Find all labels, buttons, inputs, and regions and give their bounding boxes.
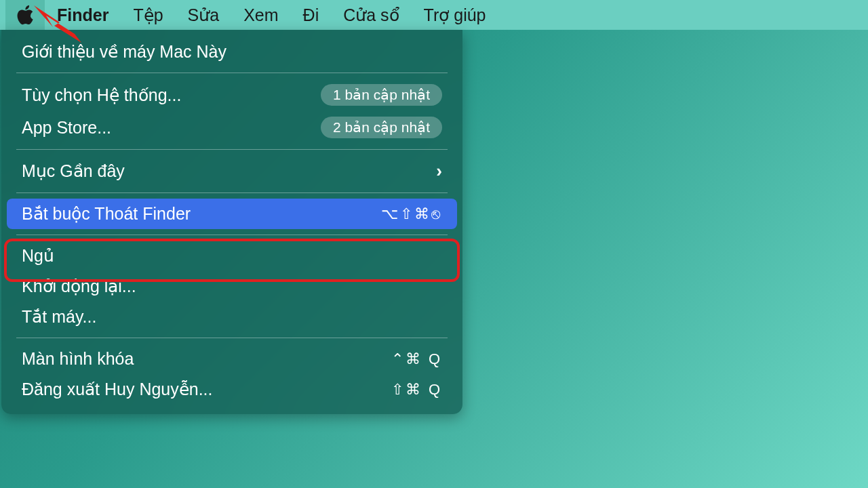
menu-separator: [16, 235, 448, 235]
update-badge: 1 bản cập nhật: [321, 84, 442, 106]
update-badge: 2 bản cập nhật: [321, 117, 442, 138]
menubar-item-file[interactable]: Tệp: [121, 0, 175, 30]
menu-separator: [16, 192, 448, 193]
menu-logout[interactable]: Đăng xuất Huy Nguyễn... ⇧⌘ Q: [7, 374, 457, 405]
menu-label: Tùy chọn Hệ thống...: [22, 85, 181, 105]
menu-label: App Store...: [22, 118, 111, 138]
menu-force-quit[interactable]: Bắt buộc Thoát Finder ⌥⇧⌘⎋: [7, 199, 457, 229]
menubar-app-name[interactable]: Finder: [45, 0, 121, 30]
menu-about-mac[interactable]: Giới thiệu về máy Mac Này: [7, 37, 457, 67]
shortcut-text: ⌥⇧⌘⎋: [381, 205, 442, 223]
menubar-item-view[interactable]: Xem: [231, 0, 290, 30]
menubar-item-window[interactable]: Cửa sổ: [331, 0, 411, 30]
menubar-item-edit[interactable]: Sửa: [176, 0, 232, 30]
menu-separator: [16, 73, 448, 73]
menubar: Finder Tệp Sửa Xem Đi Cửa sổ Trợ giúp: [0, 0, 868, 30]
menu-label: Mục Gần đây: [22, 161, 125, 181]
menu-label: Ngủ: [22, 246, 54, 266]
apple-menu-dropdown: Giới thiệu về máy Mac Này Tùy chọn Hệ th…: [1, 30, 462, 414]
menu-app-store[interactable]: App Store... 2 bản cập nhật: [7, 111, 457, 144]
menu-lock-screen[interactable]: Màn hình khóa ⌃⌘ Q: [7, 344, 457, 374]
menu-label: Màn hình khóa: [22, 349, 134, 369]
menu-restart[interactable]: Khởi động lại...: [7, 271, 457, 302]
chevron-right-icon: ›: [436, 161, 442, 182]
menubar-item-help[interactable]: Trợ giúp: [412, 0, 498, 30]
menu-separator: [16, 338, 448, 338]
menu-sleep[interactable]: Ngủ: [7, 241, 457, 271]
menu-separator: [16, 149, 448, 150]
menu-label: Đăng xuất Huy Nguyễn...: [22, 380, 213, 399]
shortcut-text: ⌃⌘ Q: [391, 350, 442, 368]
menu-label: Bắt buộc Thoát Finder: [22, 204, 191, 224]
menu-shutdown[interactable]: Tắt máy...: [7, 302, 457, 332]
menubar-item-go[interactable]: Đi: [291, 0, 332, 30]
apple-menu-icon[interactable]: [5, 0, 45, 30]
menu-system-settings[interactable]: Tùy chọn Hệ thống... 1 bản cập nhật: [7, 79, 457, 111]
menu-label: Tắt máy...: [22, 307, 96, 327]
shortcut-text: ⇧⌘ Q: [391, 381, 442, 399]
menu-label: Khởi động lại...: [22, 277, 136, 296]
menu-label: Giới thiệu về máy Mac Này: [22, 42, 226, 62]
menu-recent-items[interactable]: Mục Gần đây ›: [7, 155, 457, 187]
